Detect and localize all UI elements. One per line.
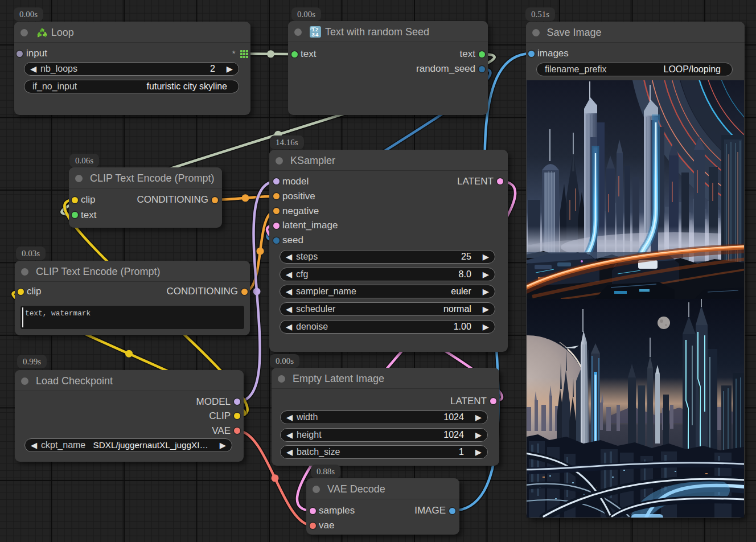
svg-text:34: 34 [312, 31, 319, 37]
